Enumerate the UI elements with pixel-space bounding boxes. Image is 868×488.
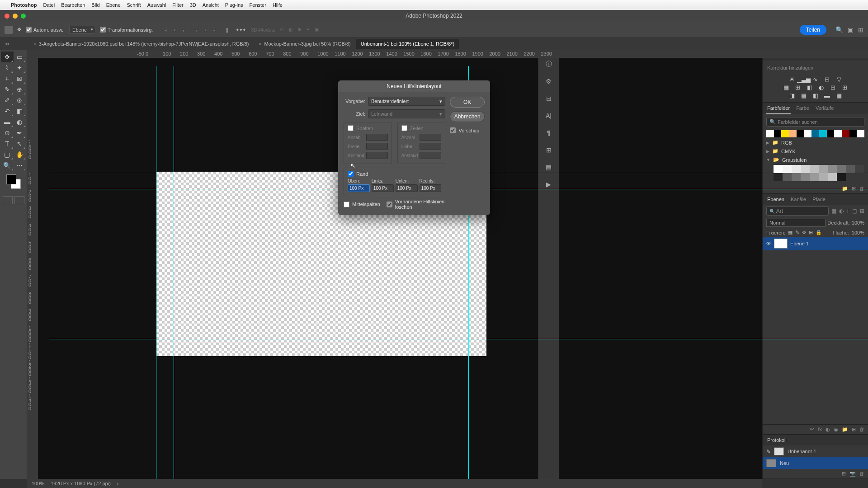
hue-icon[interactable]: ▦: [781, 83, 791, 91]
align-bottom-icon[interactable]: ⫞: [210, 25, 219, 34]
menu-3d[interactable]: 3D: [190, 2, 196, 8]
lock-transparency-icon[interactable]: ▦: [788, 230, 793, 235]
swatch[interactable]: [819, 130, 827, 137]
panel-info-icon[interactable]: ⓘ: [543, 59, 554, 70]
stamp-tool[interactable]: ⊛: [14, 95, 26, 106]
layer-item[interactable]: 👁 Ebene 1: [763, 237, 868, 250]
color-swatch[interactable]: [6, 174, 21, 189]
share-button[interactable]: Teilen: [800, 25, 826, 35]
mode3d-icon4[interactable]: ✦: [306, 27, 310, 33]
panel-glyphs-icon[interactable]: ⊞: [543, 145, 554, 155]
mode3d-icon1[interactable]: ⊙: [280, 27, 284, 33]
swatch[interactable]: [837, 173, 846, 181]
bw-icon[interactable]: ◧: [805, 83, 815, 91]
panel-properties-icon[interactable]: ⚙: [543, 76, 554, 87]
close-tab-icon[interactable]: ×: [259, 42, 262, 47]
type-tool[interactable]: T: [1, 138, 14, 149]
layer-name[interactable]: Ebene 1: [790, 241, 809, 246]
margin-bottom-input[interactable]: 100 Px: [396, 184, 418, 192]
move-tool[interactable]: ✥: [1, 52, 14, 62]
new-doc-icon[interactable]: ⊞: [842, 471, 846, 477]
blur-tool[interactable]: ◐: [14, 117, 26, 127]
fx-icon[interactable]: fx: [818, 427, 822, 432]
menu-fenster[interactable]: Fenster: [250, 2, 266, 8]
layer-filter-select[interactable]: 🔍 Art: [766, 206, 829, 216]
brush-tool[interactable]: ✐: [1, 95, 14, 106]
margin-checkbox[interactable]: [348, 171, 354, 177]
dodge-tool[interactable]: ⊙: [1, 127, 14, 138]
status-arrow-icon[interactable]: ›: [117, 481, 119, 486]
gradient-tool[interactable]: ▬: [1, 117, 14, 127]
quickmask-mode-icon[interactable]: [14, 196, 24, 204]
hand-tool[interactable]: ✋: [14, 149, 26, 160]
swatch[interactable]: [792, 173, 801, 181]
search-icon[interactable]: 🔍: [835, 26, 843, 33]
history-brush-tool[interactable]: ↶: [1, 106, 14, 117]
delete-history-icon[interactable]: 🗑: [859, 471, 864, 477]
exposure-icon[interactable]: ⊟: [822, 75, 832, 83]
rgb-folder[interactable]: ▶📁RGB: [763, 138, 868, 147]
panel-paragraph-icon[interactable]: ¶: [543, 127, 554, 138]
mac-menubar[interactable]: Photoshop Datei Bearbeiten Bild Ebene Sc…: [0, 0, 868, 10]
filter-shape-icon[interactable]: ▢: [852, 208, 857, 214]
menu-bild[interactable]: Bild: [91, 2, 99, 8]
pen-tool[interactable]: ✒: [14, 127, 26, 138]
brightness-icon[interactable]: ☀: [787, 75, 797, 83]
guide-v-left[interactable]: [174, 66, 174, 479]
delete-layer-icon[interactable]: 🗑: [859, 427, 864, 432]
swatch[interactable]: [783, 173, 792, 181]
ruler-corner[interactable]: [27, 50, 38, 58]
close-window-icon[interactable]: [5, 14, 9, 19]
auto-select-target[interactable]: Ebene: [69, 26, 95, 34]
path-tool[interactable]: ↖: [14, 138, 26, 149]
levels-icon[interactable]: ▁▃▅: [799, 75, 809, 83]
align-vcenter-icon[interactable]: ⫠: [201, 25, 210, 34]
channelmixer-icon[interactable]: ⊟: [828, 83, 838, 91]
align-top-icon[interactable]: ⫟: [192, 25, 201, 34]
panel-play-icon[interactable]: ▶: [543, 179, 554, 190]
workspace-icon[interactable]: ⊞: [858, 26, 863, 33]
lock-position-icon[interactable]: ✥: [802, 230, 806, 235]
rows-gutter-input[interactable]: [420, 152, 441, 159]
menu-auswahl[interactable]: Auswahl: [147, 2, 166, 8]
rows-height-input[interactable]: [420, 143, 441, 150]
colorlookup-icon[interactable]: ⊞: [840, 83, 850, 91]
heal-tool[interactable]: ⊕: [14, 84, 26, 95]
swatch[interactable]: [781, 130, 789, 137]
preset-select[interactable]: Benutzerdefiniert: [368, 97, 445, 106]
swatch[interactable]: [842, 130, 849, 137]
snapshot-icon[interactable]: 📷: [849, 471, 856, 477]
panel-type-icon[interactable]: A|: [543, 110, 554, 121]
target-select[interactable]: Leinwand: [368, 109, 445, 118]
rows-count-input[interactable]: [420, 134, 441, 141]
gradients-tab[interactable]: Verläufe: [815, 103, 835, 114]
swatch[interactable]: [766, 130, 774, 137]
margin-right-input[interactable]: 100 Px: [420, 184, 442, 192]
layer-thumbnail[interactable]: [774, 239, 788, 249]
swatch[interactable]: [789, 130, 797, 137]
filter-pixel-icon[interactable]: ▦: [831, 208, 836, 214]
colorbalance-icon[interactable]: ⊞: [793, 83, 803, 91]
marquee-tool[interactable]: ▭: [14, 52, 26, 62]
history-state[interactable]: Neu: [763, 457, 868, 469]
fill-value[interactable]: 100%: [852, 230, 864, 235]
center-columns-checkbox[interactable]: Mittelspalten: [344, 199, 380, 210]
channels-tab[interactable]: Kanäle: [790, 194, 807, 205]
margin-left-input[interactable]: 100 Px: [372, 184, 394, 192]
panel-adjust-icon[interactable]: ⊟: [543, 93, 554, 104]
swatch[interactable]: [804, 130, 811, 137]
menu-ansicht[interactable]: Ansicht: [203, 2, 219, 8]
link-icon[interactable]: ⚯: [810, 427, 814, 432]
swatch[interactable]: [797, 130, 804, 137]
document-tab-2[interactable]: Unbenannt-1 bei 100% (Ebene 1, RGB/8*): [356, 39, 459, 49]
menu-bearbeiten[interactable]: Bearbeiten: [61, 2, 85, 8]
panel-library-icon[interactable]: ▤: [543, 162, 554, 173]
wand-tool[interactable]: ✦: [14, 62, 26, 73]
swatches-tab[interactable]: Farbfelder: [766, 103, 791, 114]
filter-adjust-icon[interactable]: ◐: [839, 208, 844, 214]
app-name[interactable]: Photoshop: [11, 2, 37, 8]
mask-icon[interactable]: ◐: [826, 427, 830, 432]
swatch-search[interactable]: 🔍Farbfelder suchen: [766, 117, 864, 127]
filter-smart-icon[interactable]: ⊞: [860, 208, 864, 214]
mode3d-icon5[interactable]: ▣: [315, 27, 319, 33]
